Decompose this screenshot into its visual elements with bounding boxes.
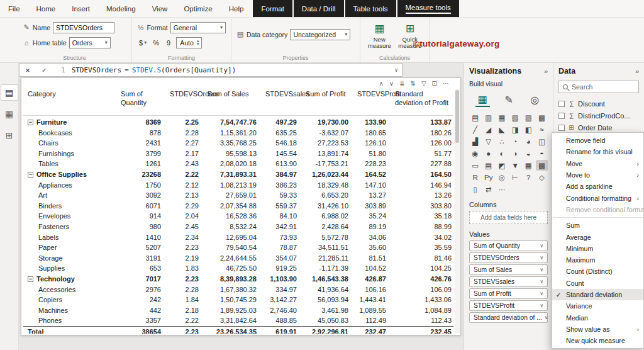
menu-item-maximum[interactable]: Maximum	[552, 254, 643, 266]
menu-item-move[interactable]: Move›	[552, 158, 643, 169]
filter-icon[interactable]: ▽	[421, 80, 426, 87]
thousands-separator-button[interactable]: 9	[164, 37, 174, 48]
menu-item-median[interactable]: Median	[552, 312, 643, 323]
menu-item-rename-for-this-visual[interactable]: Rename for this visual	[552, 146, 643, 157]
data-category-select[interactable]: Uncategorized ▾	[290, 29, 350, 40]
menu-item-show-value-as[interactable]: Show value as›	[552, 324, 643, 335]
tab-measure-tools[interactable]: Measure tools	[397, 0, 459, 17]
values-field-pill[interactable]: Standard deviation of ...∨	[469, 312, 548, 323]
values-field-pill[interactable]: STDEVSOrders∨	[469, 252, 548, 263]
formula-bar[interactable]: ✕ ✓ 1 STDEVSOrders = STDEV.S (Orders[Qua…	[19, 63, 402, 77]
chevron-down-icon[interactable]: ∨	[540, 291, 543, 296]
slicer-icon[interactable]: ▼	[509, 160, 521, 171]
menu-item-move-to[interactable]: Move to›	[552, 169, 643, 181]
scrollbar-thumb[interactable]	[455, 90, 459, 143]
field-checkbox[interactable]	[558, 125, 565, 131]
field-checkbox[interactable]	[558, 113, 565, 119]
home-table-select[interactable]: Orders ▾	[69, 37, 111, 48]
table-row[interactable]: Tables12612.432,08,020.18613.90-17,753.2…	[23, 159, 453, 169]
quick-measure-button[interactable]: ⊞ Quick measure	[396, 21, 425, 54]
chevron-down-icon[interactable]: ∨	[540, 255, 543, 261]
column-header[interactable]: Sum of Profit	[301, 88, 353, 115]
funnel-chart-icon[interactable]: ▽	[482, 136, 494, 147]
map-icon[interactable]: ◉	[469, 148, 481, 159]
paginated-report-icon[interactable]: ▯	[469, 184, 481, 195]
expand-formula-bar-icon[interactable]: ∨	[395, 67, 398, 73]
decimal-places-stepper[interactable]: Auto ▲▼	[176, 37, 202, 48]
shape-map-icon[interactable]: ◐	[496, 148, 508, 159]
collapse-pane-icon[interactable]: »	[635, 67, 639, 75]
collapse-icon[interactable]: −	[28, 120, 33, 125]
table-row[interactable]: Art30922.1327,659.0159.336,653.2013.2713…	[23, 190, 453, 201]
expand-all-levels-icon[interactable]: ⇅	[411, 80, 416, 87]
table-row[interactable]: Copiers2421.841,50,745.293,142.2756,093.…	[23, 295, 453, 305]
stacked-area-chart-icon[interactable]: ◣	[496, 124, 508, 135]
column-header[interactable]: Standard deviation of Profit	[391, 88, 453, 115]
chevron-down-icon[interactable]: ∨	[545, 315, 548, 320]
menu-item-new-quick-measure[interactable]: New quick measure	[552, 335, 643, 346]
menu-item-count-distinct[interactable]: Count (Distinct)	[552, 266, 643, 277]
menu-item-conditional-formatting[interactable]: Conditional formatting›	[552, 192, 643, 203]
python-visual-icon[interactable]: Py	[482, 172, 494, 183]
menu-item-remove-conditional-formatting[interactable]: Remove conditional formatting	[552, 204, 643, 215]
line-chart-icon[interactable]: ╱	[469, 124, 481, 135]
menu-item-remove-field[interactable]: Remove field	[552, 135, 643, 146]
columns-well[interactable]: Add data fields here	[469, 211, 548, 224]
table-row[interactable]: Paper52072.2379,540.5478.8734,511.5135.6…	[23, 242, 453, 253]
values-field-pill[interactable]: Sum of Quantity∨	[469, 240, 548, 251]
table-row[interactable]: Bookcases8782.281,15,361.20635.25-3,632.…	[23, 128, 453, 138]
matrix-icon[interactable]: ▩	[536, 160, 548, 171]
more-options-icon[interactable]: ⋯	[496, 184, 508, 195]
area-chart-icon[interactable]: ◢	[482, 124, 494, 135]
tab-file[interactable]: File	[0, 0, 28, 17]
metrics-icon[interactable]: ◇	[536, 172, 548, 183]
tab-home[interactable]: Home	[28, 0, 64, 17]
table-row[interactable]: Total386542.2323,26,534.35619.912,92,296…	[23, 326, 453, 334]
azure-map-icon[interactable]: ◑	[509, 148, 521, 159]
qa-visual-icon[interactable]: ?	[523, 172, 535, 183]
waterfall-chart-icon[interactable]: ▟	[469, 136, 481, 147]
filled-map-icon[interactable]: ●	[482, 148, 494, 159]
stepper-arrows-icon[interactable]: ▲▼	[196, 40, 200, 46]
tab-format[interactable]: Format	[253, 0, 292, 17]
data-field-discount[interactable]: ∑Discount	[558, 98, 639, 110]
collapse-icon[interactable]: −	[28, 172, 33, 178]
table-row[interactable]: Supplies6531.8346,725.50919.25-1,171.391…	[23, 263, 453, 274]
table-row[interactable]: Accessories29762.281,67,380.32334.9741,9…	[23, 285, 453, 295]
table-row[interactable]: Appliances17502.121,08,213.19386.2318,32…	[23, 180, 453, 191]
table-row[interactable]: Machines4422.181,89,925.032,746.403,461.…	[23, 305, 453, 316]
table-row[interactable]: Envelopes9142.0416,528.3684.106,988.0235…	[23, 211, 453, 222]
values-field-pill[interactable]: STDEVSProfit∨	[469, 300, 548, 311]
column-header[interactable]: Sum of Sales	[203, 88, 261, 115]
power-automate-icon[interactable]: ⇄	[482, 184, 494, 195]
table-row[interactable]: −Furniture83692.257,54,747.76497.2919,73…	[23, 117, 453, 128]
visual-scrollbar[interactable]	[455, 89, 460, 333]
focus-mode-icon[interactable]: ⊡	[432, 80, 437, 87]
tab-optimize[interactable]: Optimize	[175, 0, 220, 17]
values-field-pill[interactable]: Sum of Profit∨	[469, 288, 548, 299]
cancel-formula-icon[interactable]: ✕	[19, 66, 36, 74]
table-row[interactable]: Fasteners9802.458,532.24342.912,428.6489…	[23, 222, 453, 232]
scatter-chart-icon[interactable]: ∴	[496, 136, 508, 147]
menu-item-variance[interactable]: Variance	[552, 300, 643, 312]
expand-next-level-icon[interactable]: ⇊	[399, 80, 404, 87]
table-row[interactable]: −Technology70172.238,39,893.281,103.901,…	[23, 274, 453, 285]
field-checkbox[interactable]	[558, 101, 565, 107]
matrix-visual[interactable]: ∧∨⇊⇅▽⊡⋯ CategorySum of QuantitySTDEVSOrd…	[21, 77, 461, 336]
table-row[interactable]: Chairs24312.273,35,768.25546.1827,223.53…	[23, 138, 453, 149]
collapse-icon[interactable]: −	[28, 276, 33, 282]
clustered-column-chart-icon[interactable]: ▧	[509, 112, 521, 123]
analytics-icon[interactable]: ◎	[528, 93, 541, 106]
field-search-input[interactable]: Search	[558, 81, 639, 93]
chevron-down-icon[interactable]: ∨	[540, 303, 543, 308]
column-header[interactable]: Sum of Quantity	[116, 88, 165, 115]
menu-item-average[interactable]: Average	[552, 231, 643, 242]
stacked-bar-chart-icon[interactable]: ▤	[469, 112, 481, 123]
format-visual-icon[interactable]: ✎	[502, 93, 515, 106]
drill-down-icon[interactable]: ∨	[389, 80, 394, 87]
build-visual-icon[interactable]: ▦	[475, 93, 490, 107]
line-and-stacked-column-chart-icon[interactable]: ◨	[509, 124, 521, 135]
hundred-stacked-column-chart-icon[interactable]: ▩	[536, 112, 548, 123]
drill-up-icon[interactable]: ∧	[379, 80, 383, 87]
multi-row-card-icon[interactable]: ▤	[482, 160, 494, 171]
